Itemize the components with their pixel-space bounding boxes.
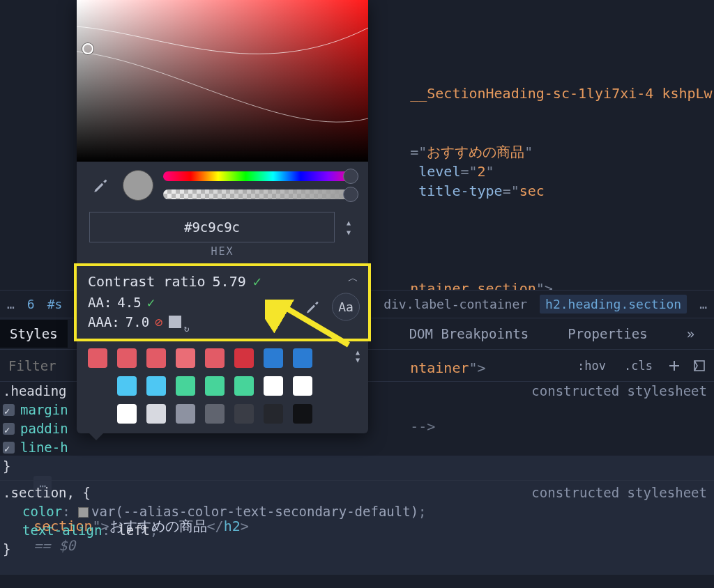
property-value[interactable]: var(--alias-color-text-secondary-default… [91, 504, 418, 519]
rule-origin[interactable]: constructed stylesheet [531, 483, 714, 502]
aaa-value: 7.0 [126, 314, 149, 330]
sv-handle[interactable] [82, 43, 93, 54]
palette-swatch[interactable] [146, 404, 166, 424]
tab-styles[interactable]: Styles [0, 320, 68, 348]
contrast-value: 5.79 [213, 273, 246, 290]
palette-swatch[interactable] [293, 376, 312, 396]
property-name[interactable]: paddin [20, 421, 68, 436]
aa-label: AA: [88, 295, 112, 310]
palette-swatch[interactable] [146, 348, 166, 368]
color-picker: ▲▼ HEX ︿ Contrast ratio 5.79 ✓ AA: 4.5 ✓… [77, 0, 368, 433]
property-checkbox[interactable] [3, 404, 15, 416]
format-stepper[interactable]: ▲▼ [342, 219, 356, 236]
palette-swatch[interactable] [234, 376, 254, 396]
palette-swatch[interactable] [176, 348, 195, 368]
saturation-value-panel[interactable] [77, 0, 368, 162]
property-name[interactable]: color [22, 504, 62, 519]
attr-value: __SectionHeading-sc-1lyi7xi-4 kshpLw me [410, 85, 714, 102]
breadcrumb-item[interactable]: div.label-container [383, 297, 527, 311]
eyedropper-icon[interactable] [89, 173, 113, 197]
palette-swatch[interactable] [117, 348, 137, 368]
current-color-sample [123, 170, 153, 201]
palette-swatch[interactable] [205, 404, 225, 424]
alpha-thumb[interactable] [343, 187, 358, 202]
alpha-slider[interactable] [163, 189, 356, 199]
tab-dom-breakpoints[interactable]: DOM Breakpoints [400, 320, 539, 348]
selector[interactable]: .section, [3, 485, 75, 500]
hov-toggle[interactable]: :hov [573, 357, 610, 375]
palette-swatch[interactable] [293, 404, 312, 424]
attr-value: おすすめの商品 [427, 144, 524, 160]
contrast-panel: ︿ Contrast ratio 5.79 ✓ AA: 4.5 ✓ AAA: 7… [74, 263, 371, 341]
palette-swatch[interactable] [264, 348, 283, 368]
property-value[interactable]: left [118, 523, 150, 538]
bg-eyedropper-icon[interactable] [301, 295, 325, 318]
breadcrumb-item[interactable]: 6 [27, 297, 35, 311]
aaa-label: AAA: [88, 314, 120, 330]
bg-swatch-reload-icon[interactable] [169, 316, 181, 328]
tab-properties[interactable]: Properties [558, 320, 657, 348]
breadcrumb-active[interactable]: h2.heading.section [540, 295, 687, 314]
palette-swatch[interactable] [176, 404, 195, 424]
breadcrumb-more[interactable]: … [699, 297, 707, 311]
palette-swatch[interactable] [205, 376, 225, 396]
property-checkbox[interactable] [3, 423, 15, 435]
palette-swatch[interactable] [234, 348, 254, 368]
hue-thumb[interactable] [343, 169, 358, 184]
add-rule-icon[interactable] [667, 358, 682, 373]
palette-swatch[interactable] [117, 404, 137, 424]
palette-stepper[interactable]: ▲▼ [356, 348, 360, 364]
hex-input[interactable] [89, 212, 335, 242]
palette-swatch[interactable] [293, 348, 312, 368]
popover-arrow [89, 433, 103, 440]
format-label: HEX [77, 245, 368, 263]
contrast-collapse-icon[interactable]: ︿ [348, 272, 358, 285]
breadcrumb-more[interactable]: … [7, 297, 15, 311]
rule-origin[interactable]: constructed stylesheet [531, 382, 714, 401]
contrast-label: Contrast ratio [88, 273, 206, 290]
color-palette: ▲▼ [77, 341, 368, 433]
property-checkbox[interactable] [3, 442, 15, 454]
breadcrumb-item[interactable]: #s [47, 297, 63, 311]
hue-slider[interactable] [163, 171, 356, 181]
palette-swatch[interactable] [234, 404, 254, 424]
check-icon: ✓ [253, 273, 261, 290]
aa-value: 4.5 [117, 295, 141, 310]
contrast-sample[interactable]: Aa [332, 293, 360, 320]
tabs-overflow[interactable]: » [677, 320, 704, 348]
palette-swatch[interactable] [176, 376, 195, 396]
palette-swatch[interactable] [264, 404, 283, 424]
property-name[interactable]: text-align [22, 523, 102, 538]
palette-swatch[interactable] [146, 376, 166, 396]
palette-swatch[interactable] [88, 348, 107, 368]
palette-swatch[interactable] [264, 376, 283, 396]
property-name[interactable]: margin [20, 402, 68, 417]
check-icon: ✓ [147, 295, 155, 310]
cls-toggle[interactable]: .cls [620, 357, 657, 375]
palette-swatch[interactable] [205, 348, 225, 368]
property-name[interactable]: line-h [20, 440, 68, 455]
fail-icon: ⊘ [155, 314, 162, 330]
device-toolbar-icon[interactable] [692, 358, 707, 373]
color-swatch[interactable] [78, 507, 89, 518]
palette-swatch[interactable] [117, 376, 137, 396]
selector[interactable]: .heading [3, 383, 67, 399]
